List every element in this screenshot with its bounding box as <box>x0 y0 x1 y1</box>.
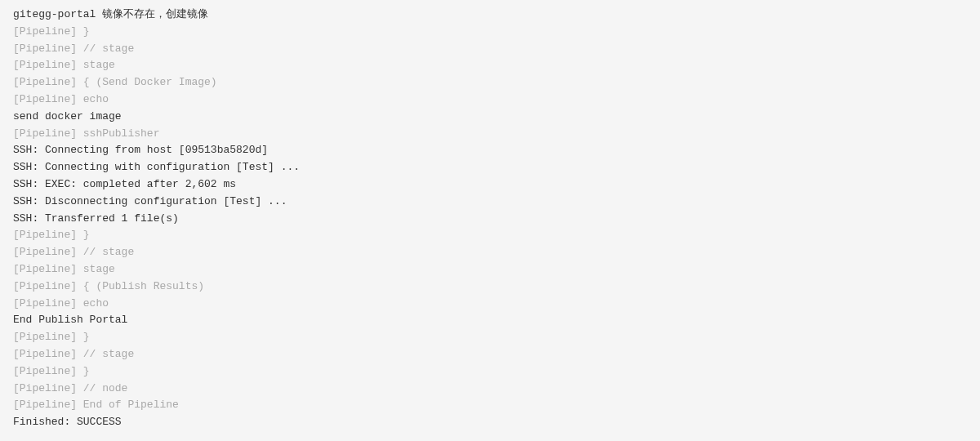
log-line: [Pipeline] echo <box>13 91 967 109</box>
log-line: [Pipeline] } <box>13 227 967 244</box>
log-line: [Pipeline] // stage <box>13 244 967 261</box>
log-line: [Pipeline] stage <box>13 261 967 278</box>
log-line: [Pipeline] // node <box>13 381 967 398</box>
log-line: SSH: Transferred 1 file(s) <box>13 211 967 228</box>
log-line: [Pipeline] } <box>13 363 967 381</box>
log-line: gitegg-portal 镜像不存在，创建镜像 <box>13 7 967 24</box>
log-line: [Pipeline] // stage <box>13 346 967 363</box>
log-line: SSH: Connecting with configuration [Test… <box>13 159 967 176</box>
log-line: send docker image <box>13 109 967 126</box>
log-line: [Pipeline] } <box>13 24 967 41</box>
log-line: [Pipeline] stage <box>13 57 967 74</box>
log-line: [Pipeline] sshPublisher <box>13 126 967 143</box>
log-line: End Publish Portal <box>13 312 967 329</box>
log-line: [Pipeline] echo <box>13 296 967 313</box>
log-line: [Pipeline] } <box>13 329 967 346</box>
log-line: SSH: EXEC: completed after 2,602 ms <box>13 176 967 194</box>
log-line: Finished: SUCCESS <box>13 414 967 431</box>
log-line: SSH: Connecting from host [09513ba5820d] <box>13 142 967 159</box>
log-line: [Pipeline] { (Send Docker Image) <box>13 74 967 91</box>
log-line: [Pipeline] // stage <box>13 41 967 58</box>
log-line: [Pipeline] End of Pipeline <box>13 397 967 414</box>
log-line: [Pipeline] { (Publish Results) <box>13 278 967 296</box>
log-line: SSH: Disconnecting configuration [Test] … <box>13 194 967 211</box>
console-output: gitegg-portal 镜像不存在，创建镜像 [Pipeline] } [P… <box>13 7 967 431</box>
